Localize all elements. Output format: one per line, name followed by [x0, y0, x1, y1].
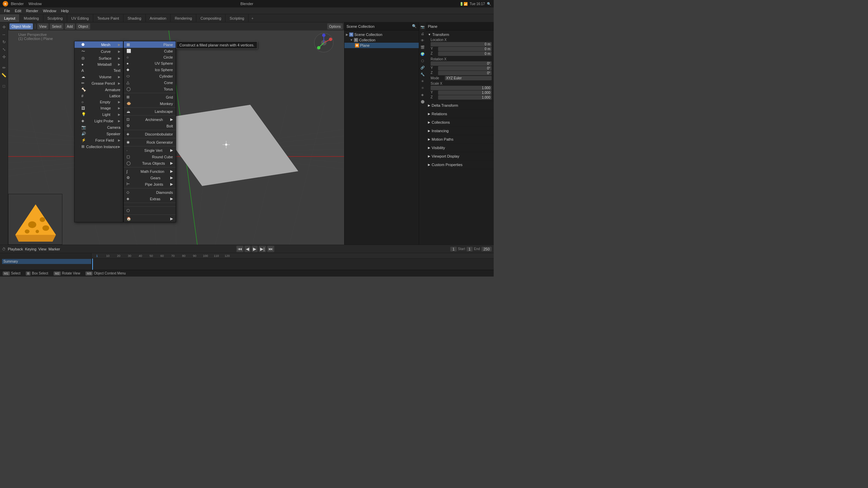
jump-start-button[interactable]: ⏮: [236, 246, 243, 252]
rotation-mode[interactable]: XYZ Euler: [445, 76, 492, 80]
submenu-geodesic-dome[interactable]: ⬡: [124, 207, 176, 214]
location-z[interactable]: 0 m: [438, 52, 492, 56]
select-button[interactable]: Select: [50, 23, 63, 29]
scene-prop-icon[interactable]: 🎬: [419, 44, 426, 50]
tab-sculpting[interactable]: Sculpting: [43, 14, 67, 22]
constraint-prop-icon[interactable]: 🔗: [419, 64, 426, 70]
menu-lattice[interactable]: # Lattice: [75, 93, 123, 99]
menu-image[interactable]: 🖼 Image ▶: [75, 105, 123, 111]
object-mode-button[interactable]: Object Mode: [9, 23, 33, 29]
current-frame-input[interactable]: 1: [450, 247, 456, 251]
menu-blender[interactable]: Blender: [11, 2, 24, 6]
tab-animation[interactable]: Animation: [146, 14, 171, 22]
menu-force-field[interactable]: ⚡ Force Field ▶: [75, 137, 123, 143]
outliner-search-icon[interactable]: 🔍: [412, 24, 417, 28]
rotate-tool-icon[interactable]: ↻: [1, 39, 7, 45]
motion-paths-title[interactable]: ▶ Motion Paths: [428, 137, 492, 142]
submenu-archipack[interactable]: 🏠 ▶: [124, 216, 176, 222]
cursor-tool-icon[interactable]: ✛: [1, 24, 7, 30]
submenu-rock-generator[interactable]: ◉ Rock Generator: [124, 139, 176, 145]
location-x[interactable]: 0 m: [431, 42, 492, 46]
object-prop-icon[interactable]: ⬡: [419, 58, 426, 64]
tab-texture-paint[interactable]: Texture Paint: [93, 14, 123, 22]
playback-button[interactable]: Playback: [8, 247, 23, 251]
modifier-prop-icon[interactable]: 🔧: [419, 71, 426, 77]
add-tab-button[interactable]: +: [249, 15, 256, 21]
view-button[interactable]: View: [37, 23, 49, 29]
world-prop-icon[interactable]: 🌍: [419, 51, 426, 57]
measure-icon[interactable]: 📏: [1, 72, 7, 79]
menu-window-item[interactable]: Window: [41, 8, 58, 14]
tab-rendering[interactable]: Rendering: [171, 14, 196, 22]
material-prop-icon[interactable]: ⬤: [419, 98, 426, 104]
annotate-icon[interactable]: ✏: [1, 64, 7, 71]
blender-logo-icon[interactable]: B: [3, 1, 8, 6]
render-prop-icon[interactable]: 📷: [419, 24, 426, 30]
object-button[interactable]: Object: [76, 23, 90, 29]
menu-light[interactable]: 💡 Light ▶: [75, 111, 123, 118]
add-cube-icon[interactable]: □: [1, 83, 7, 89]
particle-prop-icon[interactable]: ✳: [419, 78, 426, 84]
view-layer-prop-icon[interactable]: 👁: [419, 37, 426, 43]
transform-tool-icon[interactable]: ✢: [1, 54, 7, 60]
submenu-torus[interactable]: ◯ Torus: [124, 86, 176, 92]
tab-layout[interactable]: Layout: [0, 14, 20, 22]
submenu-archimesh[interactable]: ⊡ Archimesh ▶: [124, 116, 176, 123]
marker-button[interactable]: Marker: [48, 247, 60, 251]
start-frame-input[interactable]: 1: [467, 247, 473, 251]
menu-window[interactable]: Window: [28, 2, 42, 6]
scale-z[interactable]: 1.000: [438, 95, 492, 100]
move-tool-icon[interactable]: ↔: [1, 31, 7, 38]
menu-volume[interactable]: ☁ Volume ▶: [75, 74, 123, 80]
submenu-monkey[interactable]: 🐵 Monkey: [124, 100, 176, 107]
submenu-diamonds[interactable]: ◇ Diamonds: [124, 189, 176, 196]
submenu-circle[interactable]: ○ Circle: [124, 54, 176, 60]
timeline-view-button[interactable]: View: [38, 247, 46, 251]
next-frame-button[interactable]: ▶|: [259, 246, 266, 252]
menu-armature[interactable]: 🦴 Armature: [75, 86, 123, 93]
submenu-parent-to-empty[interactable]: [124, 204, 176, 206]
collections-title[interactable]: ▶ Collections: [428, 120, 492, 125]
add-button[interactable]: Add: [65, 23, 75, 29]
submenu-round-cube[interactable]: ▢ Round Cube: [124, 154, 176, 160]
playhead[interactable]: [92, 259, 93, 270]
submenu-grid[interactable]: ⊞ Grid: [124, 94, 176, 100]
submenu-cylinder[interactable]: ⬭ Cylinder: [124, 73, 176, 79]
submenu-ico-sphere[interactable]: ◆ Ico Sphere: [124, 66, 176, 73]
menu-edit[interactable]: Edit: [13, 8, 23, 14]
tab-scripting[interactable]: Scripting: [225, 14, 249, 22]
menu-help[interactable]: Help: [59, 8, 71, 14]
menu-light-probe[interactable]: ◈ Light Probe ▶: [75, 118, 123, 124]
rotation-x[interactable]: 0°: [431, 61, 492, 66]
menu-camera[interactable]: 📷 Camera: [75, 124, 123, 130]
menu-render[interactable]: Render: [24, 8, 40, 14]
menu-mesh[interactable]: ⬟ Mesh ▶: [75, 41, 123, 48]
data-prop-icon[interactable]: ◈: [419, 92, 426, 98]
submenu-discombobulator[interactable]: ◈ Discombobulator: [124, 131, 176, 137]
menu-surface[interactable]: ◎ Surface ▶: [75, 55, 123, 61]
submenu-uv-sphere[interactable]: ● UV Sphere: [124, 60, 176, 66]
tab-modeling[interactable]: Modeling: [20, 14, 43, 22]
scale-tool-icon[interactable]: ⤡: [1, 46, 7, 53]
scale-y[interactable]: 1.000: [438, 90, 492, 95]
submenu-plane[interactable]: ▦ Plane: [124, 41, 176, 48]
navigation-gizmo[interactable]: [314, 33, 334, 54]
scale-x[interactable]: 1.000: [431, 86, 492, 90]
submenu-single-vert[interactable]: · Single Vert ▶: [124, 147, 176, 154]
rotation-y[interactable]: 0°: [438, 66, 492, 70]
jump-end-button[interactable]: ⏭: [267, 246, 274, 252]
submenu-landscape[interactable]: ⛰ Landscape: [124, 108, 176, 115]
scene-item[interactable]: ▶ S Scene Collection: [344, 32, 419, 37]
end-frame-input[interactable]: 250: [481, 247, 492, 251]
menu-file[interactable]: File: [2, 8, 12, 14]
relations-title[interactable]: ▶ Relations: [428, 111, 492, 117]
tab-shading[interactable]: Shading: [123, 14, 145, 22]
keying-button[interactable]: Keying: [25, 247, 37, 251]
submenu-bolt[interactable]: ⚙ Bolt: [124, 123, 176, 129]
instancing-title[interactable]: ▶ Instancing: [428, 128, 492, 134]
menu-metaball[interactable]: ● Metaball ▶: [75, 61, 123, 67]
plane-outline-item[interactable]: ▦ Plane: [344, 43, 419, 48]
collection-item[interactable]: ▼ C Collection: [344, 37, 419, 43]
menu-collection-instance[interactable]: ⊞ Collection Instance ▶: [75, 143, 123, 150]
menu-speaker[interactable]: 🔊 Speaker: [75, 130, 123, 137]
